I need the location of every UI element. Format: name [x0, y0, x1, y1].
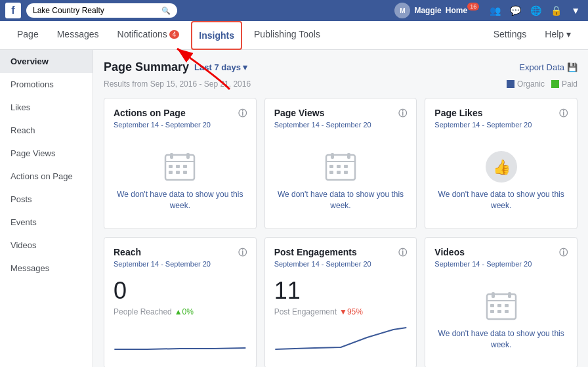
lock-icon[interactable]: 🔒	[548, 5, 564, 16]
no-data-text-page-views: We don't have data to show you this week…	[274, 189, 408, 211]
nav-help[interactable]: Help ▾	[536, 21, 580, 50]
svg-rect-27	[492, 292, 495, 298]
sidebar: Overview Promotions Likes Reach Page Vie…	[0, 50, 93, 367]
paid-color-dot	[551, 80, 559, 88]
search-input[interactable]	[33, 6, 158, 15]
main-layout: Overview Promotions Likes Reach Page Vie…	[0, 50, 588, 367]
card-icon-area-page-views: We don't have data to show you this week…	[274, 137, 408, 217]
reach-stat-label: People Reached ▲0%	[114, 307, 247, 316]
card-info-icon-post-engagements[interactable]: ⓘ	[398, 247, 407, 259]
svg-rect-32	[490, 310, 494, 313]
globe-icon[interactable]: 🌐	[528, 5, 544, 16]
calendar-icon-actions	[163, 150, 197, 184]
svg-rect-18	[337, 165, 341, 168]
sidebar-item-messages[interactable]: Messages	[0, 257, 93, 280]
nav-page[interactable]: Page	[8, 21, 48, 50]
home-count-badge: 16	[467, 3, 479, 11]
nav-publishing-tools[interactable]: Publishing Tools	[245, 21, 329, 50]
card-info-icon-page-views[interactable]: ⓘ	[398, 108, 407, 119]
messages-icon[interactable]: 💬	[507, 5, 524, 16]
card-icon-area-page-likes: 👍 We don't have data to show you this we…	[434, 137, 568, 217]
arrow-annotation	[164, 43, 243, 96]
card-title-post-engagements: Post Engagements ⓘ	[274, 247, 408, 259]
svg-rect-20	[329, 171, 333, 174]
post-engagements-chart	[274, 324, 408, 351]
svg-rect-8	[176, 165, 180, 168]
sidebar-item-promotions[interactable]: Promotions	[0, 73, 93, 96]
svg-rect-12	[183, 171, 187, 174]
svg-rect-21	[337, 171, 341, 174]
svg-rect-9	[183, 165, 187, 168]
facebook-logo: f	[5, 3, 21, 18]
export-data-button[interactable]: Export Data 💾	[519, 62, 578, 72]
card-title-reach: Reach ⓘ	[114, 247, 247, 259]
svg-rect-33	[497, 310, 501, 313]
card-post-engagements: Post Engagements ⓘ September 14 - Septem…	[264, 237, 417, 367]
sidebar-item-posts[interactable]: Posts	[0, 188, 93, 211]
post-engagements-value: 11	[274, 277, 408, 305]
sidebar-item-actions-on-page[interactable]: Actions on Page	[0, 165, 93, 188]
card-subtitle-post-engagements: September 14 - September 20	[274, 260, 408, 268]
search-bar[interactable]: 🔍	[26, 3, 177, 18]
card-subtitle-reach: September 14 - September 20	[114, 260, 247, 268]
sidebar-item-events[interactable]: Events	[0, 211, 93, 234]
svg-rect-5	[170, 153, 173, 159]
home-label[interactable]: Home	[446, 6, 467, 15]
card-title-page-likes: Page Likes ⓘ	[434, 108, 568, 119]
sidebar-item-videos[interactable]: Videos	[0, 234, 93, 257]
svg-rect-16	[347, 153, 350, 159]
export-icon: 💾	[567, 62, 578, 72]
svg-rect-30	[497, 304, 501, 307]
menu-arrow-icon[interactable]: ▼	[568, 5, 583, 16]
card-actions-on-page: Actions on Page ⓘ September 14 - Septemb…	[104, 98, 257, 229]
card-info-icon-actions[interactable]: ⓘ	[238, 108, 247, 119]
legend: Organic Paid	[507, 79, 578, 89]
sidebar-item-likes[interactable]: Likes	[0, 96, 93, 119]
notifications-badge: 4	[169, 30, 180, 39]
svg-rect-17	[329, 165, 333, 168]
nav-messages[interactable]: Messages	[48, 21, 108, 50]
svg-rect-15	[331, 153, 334, 159]
card-subtitle-page-likes: September 14 - September 20	[434, 121, 568, 129]
card-videos: Videos ⓘ September 14 - September 20	[425, 237, 578, 367]
page-nav-right: Settings Help ▾	[484, 21, 580, 50]
nav-settings[interactable]: Settings	[484, 21, 536, 50]
svg-rect-34	[505, 310, 509, 313]
top-navigation-bar: f 🔍 M Maggie Home 16 👥 💬 🌐 🔒 ▼	[0, 0, 588, 21]
svg-rect-19	[344, 165, 348, 168]
legend-organic: Organic	[507, 79, 545, 89]
card-subtitle-page-views: September 14 - September 20	[274, 121, 408, 129]
sidebar-item-overview[interactable]: Overview	[0, 50, 93, 73]
card-subtitle-actions: September 14 - September 20	[114, 121, 247, 129]
card-info-icon-page-likes[interactable]: ⓘ	[559, 108, 568, 119]
svg-rect-29	[490, 304, 494, 307]
card-icon-area-actions: We don't have data to show you this week…	[114, 137, 247, 217]
reach-pct: ▲0%	[175, 307, 194, 316]
content-area: Page Summary Last 7 days ▾ Export Data 💾…	[93, 50, 588, 367]
sidebar-item-reach[interactable]: Reach	[0, 119, 93, 142]
reach-chart	[114, 324, 247, 351]
card-title-videos: Videos ⓘ	[434, 247, 568, 259]
organic-color-dot	[507, 80, 514, 88]
svg-rect-28	[508, 292, 511, 298]
card-page-likes: Page Likes ⓘ September 14 - September 20…	[425, 98, 578, 229]
post-engagements-pct: ▼95%	[339, 307, 363, 316]
svg-rect-11	[176, 171, 180, 174]
calendar-icon-page-views	[324, 150, 358, 184]
no-data-text-videos: We don't have data to show you this week…	[434, 328, 568, 351]
card-title-page-views: Page Views ⓘ	[274, 108, 408, 119]
thumbsup-icon-page-likes: 👍	[484, 150, 518, 184]
svg-rect-10	[169, 171, 173, 174]
svg-rect-22	[344, 171, 348, 174]
friends-icon[interactable]: 👥	[487, 5, 503, 16]
legend-organic-label: Organic	[517, 79, 545, 89]
no-data-text-actions: We don't have data to show you this week…	[114, 189, 247, 211]
svg-rect-7	[169, 165, 173, 168]
svg-text:👍: 👍	[492, 158, 511, 176]
svg-rect-1	[507, 80, 514, 88]
sidebar-item-page-views[interactable]: Page Views	[0, 142, 93, 165]
card-info-icon-videos[interactable]: ⓘ	[559, 247, 568, 259]
card-info-icon-reach[interactable]: ⓘ	[238, 247, 247, 259]
calendar-icon-videos	[484, 289, 518, 323]
card-reach: Reach ⓘ September 14 - September 20 0 Pe…	[104, 237, 257, 367]
